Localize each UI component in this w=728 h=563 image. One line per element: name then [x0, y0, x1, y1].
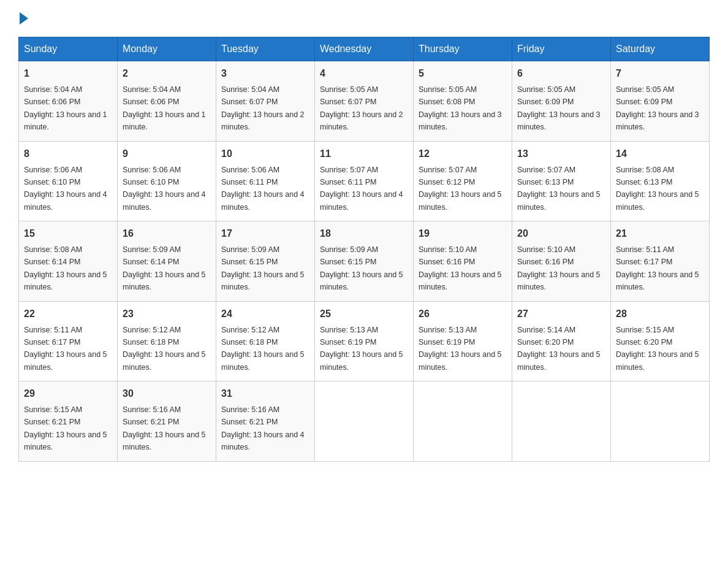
day-info: Sunrise: 5:15 AMSunset: 6:21 PMDaylight:…	[24, 405, 107, 451]
week-row-5: 29 Sunrise: 5:15 AMSunset: 6:21 PMDaylig…	[19, 381, 710, 462]
day-number: 30	[123, 386, 211, 401]
day-number: 16	[123, 226, 211, 241]
calendar-cell: 30 Sunrise: 5:16 AMSunset: 6:21 PMDaylig…	[118, 381, 216, 462]
day-number: 26	[419, 307, 507, 321]
calendar-cell: 25 Sunrise: 5:13 AMSunset: 6:19 PMDaylig…	[315, 301, 414, 381]
calendar-cell: 27 Sunrise: 5:14 AMSunset: 6:20 PMDaylig…	[512, 301, 611, 381]
header-saturday: Saturday	[611, 37, 710, 61]
calendar-cell: 14 Sunrise: 5:08 AMSunset: 6:13 PMDaylig…	[611, 141, 710, 221]
day-number: 17	[221, 226, 309, 241]
day-number: 19	[419, 226, 507, 241]
day-info: Sunrise: 5:14 AMSunset: 6:20 PMDaylight:…	[517, 326, 601, 372]
calendar-cell: 21 Sunrise: 5:11 AMSunset: 6:17 PMDaylig…	[611, 221, 710, 302]
day-info: Sunrise: 5:07 AMSunset: 6:12 PMDaylight:…	[419, 166, 502, 212]
day-number: 10	[221, 147, 309, 161]
day-number: 14	[616, 147, 704, 161]
day-number: 8	[24, 147, 112, 161]
day-number: 24	[221, 307, 309, 321]
calendar-cell: 11 Sunrise: 5:07 AMSunset: 6:11 PMDaylig…	[315, 141, 414, 221]
day-info: Sunrise: 5:06 AMSunset: 6:10 PMDaylight:…	[123, 166, 206, 212]
week-row-3: 15 Sunrise: 5:08 AMSunset: 6:14 PMDaylig…	[19, 221, 710, 302]
header-friday: Friday	[512, 37, 611, 61]
calendar-cell: 26 Sunrise: 5:13 AMSunset: 6:19 PMDaylig…	[414, 301, 512, 381]
day-info: Sunrise: 5:09 AMSunset: 6:15 PMDaylight:…	[320, 245, 403, 291]
day-number: 21	[616, 226, 704, 241]
day-number: 7	[616, 66, 704, 81]
day-info: Sunrise: 5:08 AMSunset: 6:13 PMDaylight:…	[616, 166, 699, 212]
day-number: 15	[24, 226, 112, 241]
calendar-header-row: SundayMondayTuesdayWednesdayThursdayFrid…	[19, 37, 710, 61]
day-number: 6	[517, 66, 605, 81]
day-info: Sunrise: 5:07 AMSunset: 6:11 PMDaylight:…	[320, 166, 403, 212]
day-info: Sunrise: 5:06 AMSunset: 6:10 PMDaylight:…	[24, 166, 107, 212]
day-info: Sunrise: 5:16 AMSunset: 6:21 PMDaylight:…	[221, 405, 305, 451]
day-number: 2	[123, 66, 211, 81]
calendar-cell: 17 Sunrise: 5:09 AMSunset: 6:15 PMDaylig…	[216, 221, 315, 302]
day-info: Sunrise: 5:04 AMSunset: 6:06 PMDaylight:…	[24, 85, 107, 131]
week-row-1: 1 Sunrise: 5:04 AMSunset: 6:06 PMDayligh…	[19, 61, 710, 142]
day-info: Sunrise: 5:05 AMSunset: 6:09 PMDaylight:…	[616, 85, 699, 131]
calendar-cell: 4 Sunrise: 5:05 AMSunset: 6:07 PMDayligh…	[315, 61, 414, 142]
day-number: 1	[24, 66, 112, 81]
calendar-cell: 8 Sunrise: 5:06 AMSunset: 6:10 PMDayligh…	[19, 141, 118, 221]
day-info: Sunrise: 5:13 AMSunset: 6:19 PMDaylight:…	[320, 326, 403, 372]
day-number: 4	[320, 66, 408, 81]
day-number: 18	[320, 226, 408, 241]
day-info: Sunrise: 5:12 AMSunset: 6:18 PMDaylight:…	[123, 326, 206, 372]
day-info: Sunrise: 5:09 AMSunset: 6:14 PMDaylight:…	[123, 245, 206, 291]
day-number: 31	[221, 386, 309, 401]
day-info: Sunrise: 5:11 AMSunset: 6:17 PMDaylight:…	[616, 245, 699, 291]
header	[18, 12, 710, 25]
day-info: Sunrise: 5:15 AMSunset: 6:20 PMDaylight:…	[616, 326, 699, 372]
day-info: Sunrise: 5:05 AMSunset: 6:09 PMDaylight:…	[517, 85, 601, 131]
day-number: 25	[320, 307, 408, 321]
calendar-cell	[512, 381, 611, 462]
calendar-cell: 28 Sunrise: 5:15 AMSunset: 6:20 PMDaylig…	[611, 301, 710, 381]
day-number: 13	[517, 147, 605, 161]
calendar-cell: 2 Sunrise: 5:04 AMSunset: 6:06 PMDayligh…	[118, 61, 216, 142]
calendar-cell: 9 Sunrise: 5:06 AMSunset: 6:10 PMDayligh…	[118, 141, 216, 221]
header-monday: Monday	[118, 37, 216, 61]
day-info: Sunrise: 5:16 AMSunset: 6:21 PMDaylight:…	[123, 405, 206, 451]
calendar-cell	[611, 381, 710, 462]
day-info: Sunrise: 5:05 AMSunset: 6:07 PMDaylight:…	[320, 85, 403, 131]
day-info: Sunrise: 5:09 AMSunset: 6:15 PMDaylight:…	[221, 245, 305, 291]
header-tuesday: Tuesday	[216, 37, 315, 61]
calendar-cell: 10 Sunrise: 5:06 AMSunset: 6:11 PMDaylig…	[216, 141, 315, 221]
week-row-4: 22 Sunrise: 5:11 AMSunset: 6:17 PMDaylig…	[19, 301, 710, 381]
calendar-cell: 15 Sunrise: 5:08 AMSunset: 6:14 PMDaylig…	[19, 221, 118, 302]
calendar-cell: 6 Sunrise: 5:05 AMSunset: 6:09 PMDayligh…	[512, 61, 611, 142]
day-number: 23	[123, 307, 211, 321]
day-number: 22	[24, 307, 112, 321]
day-info: Sunrise: 5:10 AMSunset: 6:16 PMDaylight:…	[419, 245, 502, 291]
day-number: 11	[320, 147, 408, 161]
day-number: 12	[419, 147, 507, 161]
calendar-cell: 31 Sunrise: 5:16 AMSunset: 6:21 PMDaylig…	[216, 381, 315, 462]
week-row-2: 8 Sunrise: 5:06 AMSunset: 6:10 PMDayligh…	[19, 141, 710, 221]
calendar-cell: 22 Sunrise: 5:11 AMSunset: 6:17 PMDaylig…	[19, 301, 118, 381]
calendar-cell	[414, 381, 512, 462]
day-info: Sunrise: 5:12 AMSunset: 6:18 PMDaylight:…	[221, 326, 305, 372]
calendar-cell: 3 Sunrise: 5:04 AMSunset: 6:07 PMDayligh…	[216, 61, 315, 142]
calendar-cell: 7 Sunrise: 5:05 AMSunset: 6:09 PMDayligh…	[611, 61, 710, 142]
logo	[18, 12, 28, 25]
day-number: 3	[221, 66, 309, 81]
calendar-table: SundayMondayTuesdayWednesdayThursdayFrid…	[18, 37, 710, 462]
calendar-cell: 12 Sunrise: 5:07 AMSunset: 6:12 PMDaylig…	[414, 141, 512, 221]
calendar-cell: 18 Sunrise: 5:09 AMSunset: 6:15 PMDaylig…	[315, 221, 414, 302]
header-sunday: Sunday	[19, 37, 118, 61]
day-number: 28	[616, 307, 704, 321]
calendar-cell	[315, 381, 414, 462]
day-info: Sunrise: 5:11 AMSunset: 6:17 PMDaylight:…	[24, 326, 107, 372]
day-info: Sunrise: 5:08 AMSunset: 6:14 PMDaylight:…	[24, 245, 107, 291]
day-number: 5	[419, 66, 507, 81]
calendar-cell: 16 Sunrise: 5:09 AMSunset: 6:14 PMDaylig…	[118, 221, 216, 302]
day-number: 29	[24, 386, 112, 401]
calendar-cell: 13 Sunrise: 5:07 AMSunset: 6:13 PMDaylig…	[512, 141, 611, 221]
calendar-cell: 29 Sunrise: 5:15 AMSunset: 6:21 PMDaylig…	[19, 381, 118, 462]
calendar-cell: 20 Sunrise: 5:10 AMSunset: 6:16 PMDaylig…	[512, 221, 611, 302]
calendar-cell: 24 Sunrise: 5:12 AMSunset: 6:18 PMDaylig…	[216, 301, 315, 381]
day-info: Sunrise: 5:10 AMSunset: 6:16 PMDaylight:…	[517, 245, 601, 291]
day-number: 20	[517, 226, 605, 241]
day-info: Sunrise: 5:13 AMSunset: 6:19 PMDaylight:…	[419, 326, 502, 372]
